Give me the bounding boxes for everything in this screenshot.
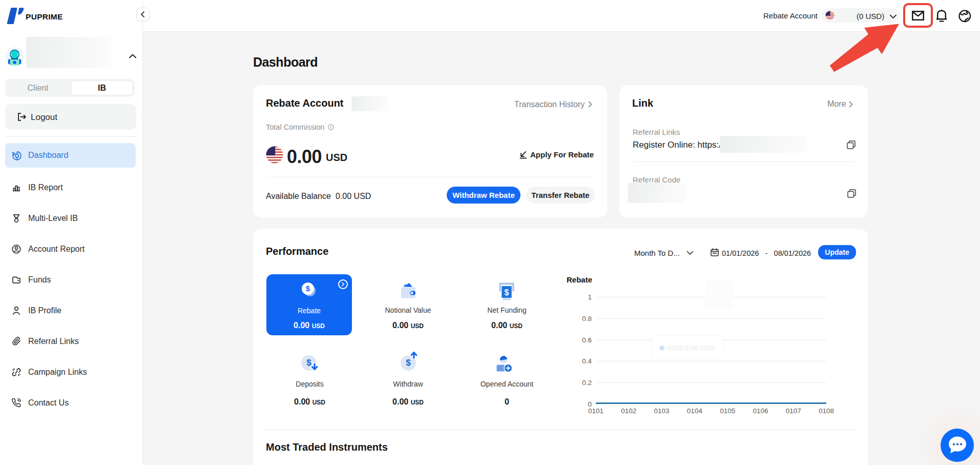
svg-text:$: $ [505, 288, 509, 297]
